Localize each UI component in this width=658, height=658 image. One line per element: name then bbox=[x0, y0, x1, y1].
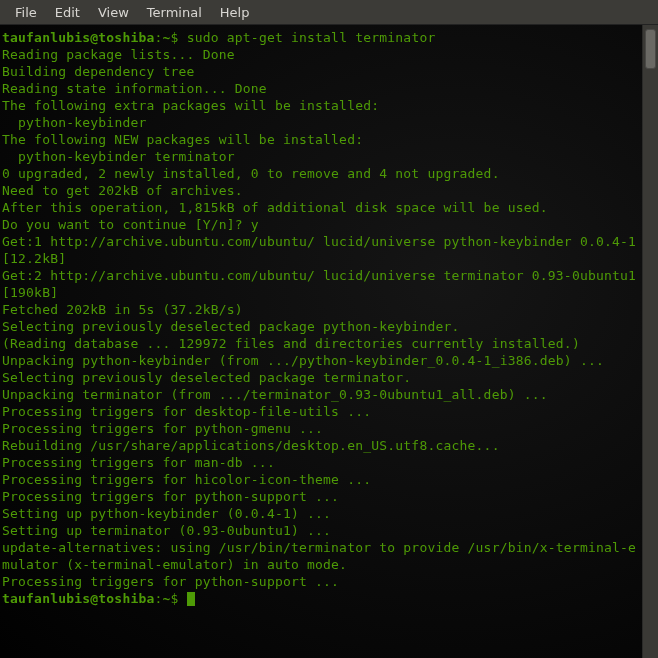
prompt-line: taufanlubis@toshiba:~$ sudo apt-get inst… bbox=[2, 29, 640, 46]
output-line: Get:1 http://archive.ubuntu.com/ubuntu/ … bbox=[2, 233, 640, 267]
command-text: sudo apt-get install terminator bbox=[187, 30, 436, 45]
prompt-user-host: taufanlubis@toshiba bbox=[2, 30, 155, 45]
output-line: After this operation, 1,815kB of additio… bbox=[2, 199, 640, 216]
output-line: Reading package lists... Done bbox=[2, 46, 640, 63]
menu-help[interactable]: Help bbox=[211, 2, 259, 23]
prompt-path: ~ bbox=[163, 591, 171, 606]
output-line: Do you want to continue [Y/n]? y bbox=[2, 216, 640, 233]
output-line: Processing triggers for desktop-file-uti… bbox=[2, 403, 640, 420]
terminal-container: taufanlubis@toshiba:~$ sudo apt-get inst… bbox=[0, 25, 658, 658]
prompt-path: ~ bbox=[163, 30, 171, 45]
output-line: Get:2 http://archive.ubuntu.com/ubuntu/ … bbox=[2, 267, 640, 301]
menu-terminal[interactable]: Terminal bbox=[138, 2, 211, 23]
output-line: Rebuilding /usr/share/applications/deskt… bbox=[2, 437, 640, 454]
output-line: (Reading database ... 129972 files and d… bbox=[2, 335, 640, 352]
output-line: Unpacking python-keybinder (from .../pyt… bbox=[2, 352, 640, 369]
output-line: Processing triggers for python-support .… bbox=[2, 488, 640, 505]
scroll-thumb[interactable] bbox=[645, 29, 656, 69]
output-line: python-keybinder bbox=[2, 114, 640, 131]
output-line: The following extra packages will be ins… bbox=[2, 97, 640, 114]
output-line: Selecting previously deselected package … bbox=[2, 369, 640, 386]
terminal[interactable]: taufanlubis@toshiba:~$ sudo apt-get inst… bbox=[0, 25, 642, 658]
menu-view[interactable]: View bbox=[89, 2, 138, 23]
output-line: Processing triggers for python-support .… bbox=[2, 573, 640, 590]
output-line: Processing triggers for man-db ... bbox=[2, 454, 640, 471]
scrollbar[interactable] bbox=[642, 25, 658, 658]
cursor bbox=[187, 592, 195, 606]
output-line: Processing triggers for python-gmenu ... bbox=[2, 420, 640, 437]
output-line: update-alternatives: using /usr/bin/term… bbox=[2, 539, 640, 573]
output-line: 0 upgraded, 2 newly installed, 0 to remo… bbox=[2, 165, 640, 182]
output-line: Setting up terminator (0.93-0ubuntu1) ..… bbox=[2, 522, 640, 539]
output-line: Need to get 202kB of archives. bbox=[2, 182, 640, 199]
output-line: python-keybinder terminator bbox=[2, 148, 640, 165]
output-line: Selecting previously deselected package … bbox=[2, 318, 640, 335]
output-line: Unpacking terminator (from .../terminato… bbox=[2, 386, 640, 403]
menubar: File Edit View Terminal Help bbox=[0, 0, 658, 25]
output-line: Setting up python-keybinder (0.0.4-1) ..… bbox=[2, 505, 640, 522]
output-line: Building dependency tree bbox=[2, 63, 640, 80]
prompt-line: taufanlubis@toshiba:~$ bbox=[2, 590, 640, 607]
prompt-user-host: taufanlubis@toshiba bbox=[2, 591, 155, 606]
output-line: The following NEW packages will be insta… bbox=[2, 131, 640, 148]
output-line: Reading state information... Done bbox=[2, 80, 640, 97]
menu-edit[interactable]: Edit bbox=[46, 2, 89, 23]
menu-file[interactable]: File bbox=[6, 2, 46, 23]
output-line: Fetched 202kB in 5s (37.2kB/s) bbox=[2, 301, 640, 318]
output-line: Processing triggers for hicolor-icon-the… bbox=[2, 471, 640, 488]
